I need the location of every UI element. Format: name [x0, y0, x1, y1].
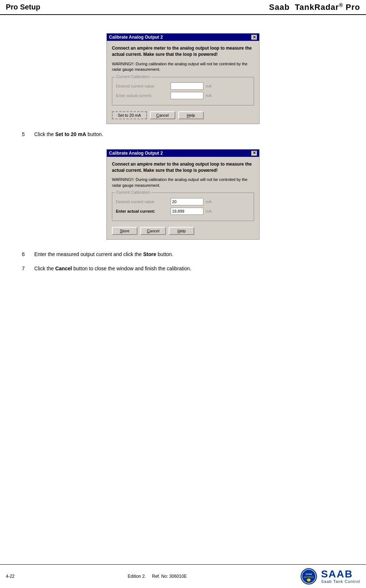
- dialog2-body: Connect an ampère meter to the analog ou…: [107, 157, 259, 239]
- step5-pre: Click the: [34, 131, 55, 137]
- step5-text: 5 Click the Set to 20 mA button.: [22, 131, 344, 138]
- dialog1: Calibrate Analog Output 2 ✕ Connect an a…: [106, 33, 260, 124]
- dialog1-field2-unit: mA: [206, 93, 212, 98]
- dialog2-store-button[interactable]: Store: [112, 227, 137, 235]
- footer-page-number: 4-22: [6, 574, 15, 579]
- dialog1-warning-normal: WARNING!!: During calibration the analog…: [112, 61, 254, 73]
- svg-point-4: [307, 579, 311, 581]
- step7-number: 7: [22, 265, 33, 272]
- step6-number: 6: [22, 251, 33, 258]
- footer-edition: Edition 2.: [128, 574, 146, 579]
- dialog2-buttons: Store Cancel Help: [112, 225, 254, 235]
- dialog1-body: Connect an ampère meter to the analog ou…: [107, 41, 259, 123]
- dialog2-group-legend: Current Calibration: [115, 190, 151, 194]
- dialog2-field1-label: Desired current value:: [116, 200, 171, 204]
- step7-pre: Click the: [34, 266, 55, 271]
- header-right-title: Saab TankRadar® Pro: [269, 2, 360, 12]
- dialog2-title: Calibrate Analog Output 2: [109, 151, 163, 156]
- step7-text: 7 Click the Cancel button to close the w…: [22, 265, 344, 272]
- dialog2-actual-current-input[interactable]: [171, 208, 203, 215]
- dialog1-desired-current-input[interactable]: [171, 82, 203, 90]
- header-left-title: Pro Setup: [6, 3, 40, 11]
- saab-sub-title: Saab Tank Control: [321, 579, 360, 584]
- dialog1-set20ma-button[interactable]: Set to 20 mA: [112, 111, 147, 119]
- step6-post: button.: [156, 251, 174, 257]
- saab-brand-name: SAAB: [321, 569, 353, 579]
- dialog1-field1-unit: mA: [206, 84, 212, 88]
- dialog1-title: Calibrate Analog Output 2: [109, 35, 163, 40]
- dialog2-cancel-button[interactable]: Cancel: [140, 227, 166, 235]
- header-registered: ®: [339, 2, 343, 8]
- dialog1-close-button[interactable]: ✕: [251, 35, 257, 40]
- step5-bold: Set to 20 mA: [55, 131, 86, 137]
- step5-post: button.: [86, 131, 103, 137]
- dialog2-desired-current-input[interactable]: [171, 198, 203, 205]
- header-brand-post: Pro: [343, 3, 360, 12]
- dialog1-help-button[interactable]: Help: [178, 111, 204, 119]
- step6-text: 6 Enter the measured output current and …: [22, 251, 344, 258]
- dialog2-field1-row: Desired current value: mA: [116, 198, 250, 205]
- dialog1-actual-current-input[interactable]: [171, 92, 203, 99]
- svg-text:SAAB: SAAB: [305, 573, 312, 575]
- dialog2-warning-bold: Connect an ampère meter to the analog ou…: [112, 161, 254, 174]
- footer-brand: SAAB AEROSPACE SAAB Saab Tank Control: [300, 568, 360, 585]
- dialog1-field1-row: Desired current value: mA: [116, 82, 250, 90]
- dialog1-field1-label: Desired current value:: [116, 84, 171, 88]
- dialog2-help-button[interactable]: Help: [169, 227, 194, 235]
- footer-edition-ref: Edition 2. Ref. No: 306010E: [128, 574, 187, 579]
- step7-post: button to close the window and finish th…: [72, 266, 191, 271]
- dialog2-close-button[interactable]: ✕: [251, 151, 257, 156]
- dialog1-cancel-label: ancel: [159, 113, 168, 117]
- dialog2-current-calibration-group: Current Calibration Desired current valu…: [112, 193, 254, 221]
- step5-number: 5: [22, 131, 33, 138]
- step6-pre: Enter the measured output current and cl…: [34, 251, 143, 257]
- page-footer: 4-22 Edition 2. Ref. No: 306010E SAAB AE…: [0, 564, 366, 588]
- header-brand-pre: Saab TankRadar: [269, 3, 339, 12]
- dialog1-warning-bold: Connect an ampère meter to the analog ou…: [112, 45, 254, 58]
- footer-ref: Ref. No: 306010E: [152, 574, 187, 579]
- dialog2-field1-unit: mA: [206, 200, 212, 204]
- dialog1-help-label: elp: [190, 113, 195, 117]
- dialog2-titlebar: Calibrate Analog Output 2 ✕: [107, 150, 259, 157]
- dialog1-field2-label: Enter actual current:: [116, 93, 171, 98]
- dialog2-field2-label: Enter actual current:: [116, 209, 171, 213]
- dialog2-warning-normal: WARNING!!: During calibration the analog…: [112, 177, 254, 188]
- dialog1-current-calibration-group: Current Calibration Desired current valu…: [112, 77, 254, 105]
- dialog1-cancel-button[interactable]: Cancel: [150, 111, 175, 119]
- dialog1-field2-row: Enter actual current: mA: [116, 92, 250, 99]
- svg-text:AEROSPACE: AEROSPACE: [304, 576, 314, 578]
- dialog2-field2-unit: mA: [206, 209, 212, 213]
- dialog1-buttons: Set to 20 mA Cancel Help: [112, 110, 254, 119]
- step7-bold: Cancel: [55, 266, 72, 271]
- saab-logo-icon: SAAB AEROSPACE: [300, 568, 318, 585]
- dialog1-titlebar: Calibrate Analog Output 2 ✕: [107, 34, 259, 41]
- dialog2-wrapper: Calibrate Analog Output 2 ✕ Connect an a…: [106, 149, 260, 240]
- saab-brand-text: SAAB Saab Tank Control: [321, 569, 360, 584]
- dialog1-group-legend: Current Calibration: [115, 74, 151, 79]
- dialog1-wrapper: Calibrate Analog Output 2 ✕ Connect an a…: [106, 33, 260, 124]
- main-content: Calibrate Analog Output 2 ✕ Connect an a…: [0, 15, 366, 304]
- page-header: Pro Setup Saab TankRadar® Pro: [0, 0, 366, 15]
- dialog2-field2-row: Enter actual current: mA: [116, 208, 250, 215]
- dialog2: Calibrate Analog Output 2 ✕ Connect an a…: [106, 149, 260, 240]
- step6-bold: Store: [143, 251, 156, 257]
